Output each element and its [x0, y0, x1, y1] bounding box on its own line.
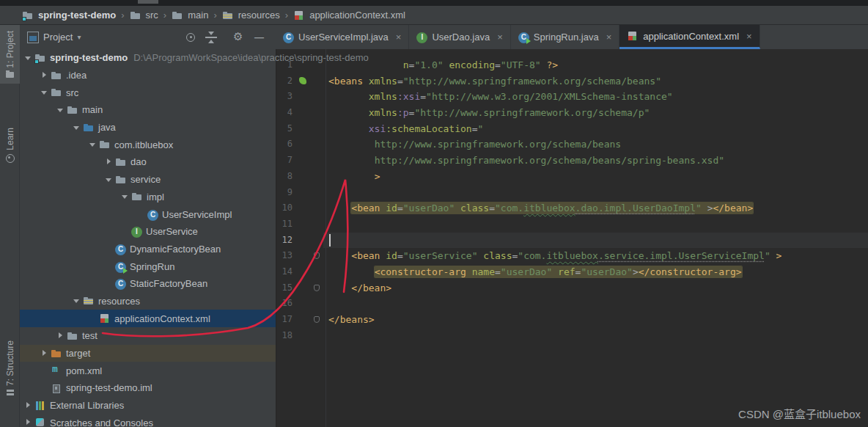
project-panel-title[interactable]: Project — [43, 32, 73, 43]
tab-SpringRun.java[interactable]: SpringRun.java× — [511, 25, 619, 49]
expand-arrow-down[interactable] — [55, 104, 67, 116]
bean-marker-icon[interactable] — [314, 285, 320, 291]
code-line-9[interactable]: 9 — [276, 185, 868, 201]
code-line-12[interactable]: 12 — [276, 233, 868, 249]
expand-arrow-down[interactable] — [23, 52, 34, 64]
expand-arrow-down[interactable] — [39, 87, 51, 98]
chevron-down-icon[interactable]: ▾ — [77, 33, 81, 41]
gear-icon[interactable] — [233, 32, 245, 43]
tree-item-UserServiceImpl[interactable]: UserServiceImpl — [20, 205, 276, 223]
fold-slot — [310, 264, 323, 280]
breadcrumb-item-resources[interactable]: resources — [222, 10, 280, 21]
code-line-18[interactable]: 18 — [276, 328, 868, 344]
tree-item-src[interactable]: src — [20, 84, 276, 101]
breadcrumb-item-src[interactable]: src — [130, 10, 158, 21]
close-icon[interactable]: × — [746, 31, 752, 42]
tree-item-spring-test-demo[interactable]: spring-test-demoD:\AProgramWorkSpace\ide… — [20, 49, 276, 67]
code-line-3[interactable]: 3 xmlns:xsi="http://www.w3.org/2001/XMLS… — [276, 89, 868, 105]
collapse-all-icon[interactable] — [205, 32, 217, 43]
code-text: xmlns:xsi="http://www.w3.org/2001/XMLSch… — [323, 89, 868, 105]
spring-bean-gutter-icon[interactable] — [299, 77, 306, 84]
tab-label: SpringRun.java — [534, 32, 599, 43]
breadcrumb-item-spring-test-demo[interactable]: spring-test-demo — [22, 10, 116, 21]
tab-label: UserDao.java — [432, 32, 490, 43]
expand-arrow-right[interactable] — [23, 400, 34, 412]
tree-item-test[interactable]: test — [20, 327, 276, 345]
tree-item-Scratches and Consoles[interactable]: Scratches and Consoles — [20, 414, 276, 427]
toolwindow----structure[interactable]: 7: Structure — [0, 340, 20, 396]
breadcrumb-item-main[interactable]: main — [172, 10, 208, 21]
code-line-5[interactable]: 5 xsi:schemaLocation=" — [276, 121, 868, 137]
gutter-icon-slot — [297, 169, 310, 185]
expand-arrow-down[interactable] — [87, 139, 99, 150]
tree-item-applicationContext.xml[interactable]: applicationContext.xml — [20, 310, 276, 327]
expand-arrow-down[interactable] — [71, 295, 83, 307]
tree-item-com.itbluebox[interactable]: com.itbluebox — [20, 136, 276, 153]
code-line-8[interactable]: 8 > — [276, 169, 868, 185]
tree-item-service[interactable]: service — [20, 171, 276, 189]
code-line-4[interactable]: 4 xmlns:p="http://www.springframework.or… — [276, 105, 868, 121]
expand-arrow-down[interactable] — [71, 122, 83, 134]
code-line-10[interactable]: 10 <bean id="userDao" class="com.itblueb… — [276, 200, 868, 216]
editor-tab-bar: UserServiceImpl.java×UserDao.java×Spring… — [276, 25, 868, 49]
tree-item-pom.xml[interactable]: pom.xml — [20, 362, 276, 379]
code-line-7[interactable]: 7 http://www.springframework.org/schema/… — [276, 153, 868, 169]
tree-item-dao[interactable]: dao — [20, 153, 276, 171]
code-line-16[interactable]: 16 — [276, 296, 868, 312]
tree-item-SpringRun[interactable]: SpringRun — [20, 258, 276, 275]
code-line-11[interactable]: 11 — [276, 216, 868, 233]
tree-item-impl[interactable]: impl — [20, 189, 276, 206]
tree-item-External Libraries[interactable]: External Libraries — [20, 397, 276, 415]
tree-item-target[interactable]: target — [20, 345, 276, 362]
token: xmlns — [369, 91, 397, 102]
line-number: 11 — [276, 216, 297, 233]
fold-slot — [310, 200, 323, 216]
tab-UserServiceImpl.java[interactable]: UserServiceImpl.java× — [276, 25, 409, 49]
tree-item-.idea[interactable]: .idea — [20, 67, 276, 84]
toolwindow-learn[interactable]: Learn — [0, 128, 20, 163]
close-icon[interactable]: × — [606, 32, 612, 43]
hide-panel-icon[interactable] — [254, 32, 265, 43]
tree-item-java[interactable]: java — [20, 119, 276, 136]
tab-applicationContext.xml[interactable]: applicationContext.xml× — [619, 25, 760, 49]
tree-item-resources[interactable]: resources — [20, 293, 276, 310]
bean-marker-icon[interactable] — [314, 252, 320, 259]
expand-arrow-right[interactable] — [55, 330, 67, 342]
tree-item-label: .idea — [66, 70, 87, 81]
tree-item-UserService[interactable]: UserService — [20, 223, 276, 241]
top-strip — [0, 0, 868, 6]
expand-arrow-right[interactable] — [39, 70, 51, 81]
close-icon[interactable]: × — [396, 32, 402, 43]
line-number: 13 — [276, 248, 297, 264]
expand-arrow-down[interactable] — [119, 191, 131, 202]
code-line-15[interactable]: 15 </bean> — [276, 280, 868, 296]
tab-UserDao.java[interactable]: UserDao.java× — [409, 25, 510, 49]
locate-file-icon[interactable] — [185, 32, 196, 43]
fold-slot — [310, 73, 323, 90]
code-area[interactable]: 1 n="1.0" encoding="UTF-8" ?>2<beans xml… — [276, 57, 868, 343]
token: "userDao" — [501, 266, 552, 277]
expand-arrow-right[interactable] — [23, 417, 34, 427]
line-number: 2 — [276, 73, 297, 90]
token: name — [472, 266, 495, 277]
code-line-2[interactable]: 2<beans xmlns="http://www.springframewor… — [276, 73, 868, 90]
code-line-6[interactable]: 6 http://www.springframework.org/schema/… — [276, 136, 868, 153]
maven-icon — [51, 365, 62, 376]
expand-arrow-right[interactable] — [39, 348, 51, 360]
code-line-14[interactable]: 14 <constructor-arg name="userDao" ref="… — [276, 264, 868, 280]
tree-item-StaticFactoryBean[interactable]: StaticFactoryBean — [20, 275, 276, 293]
tree-item-spring-test-demo.iml[interactable]: spring-test-demo.iml — [20, 379, 276, 397]
breadcrumb-item-applicationContext.xml[interactable]: applicationContext.xml — [293, 10, 405, 21]
tree-item-DynamicFactoryBean[interactable]: DynamicFactoryBean — [20, 241, 276, 258]
line-number: 7 — [276, 153, 297, 169]
tree-item-main[interactable]: main — [20, 101, 276, 119]
bean-marker-icon[interactable] — [314, 316, 320, 323]
tree-item-label: resources — [98, 296, 140, 307]
code-line-17[interactable]: 17</beans> — [276, 312, 868, 328]
code-line-13[interactable]: 13 <bean id="userService" class="com.itb… — [276, 248, 868, 264]
close-icon[interactable]: × — [497, 32, 503, 43]
token: :xsi — [397, 91, 420, 102]
toolwindow----project[interactable]: 1: Project — [0, 25, 20, 84]
expand-arrow-down[interactable] — [103, 174, 115, 186]
expand-arrow-right[interactable] — [103, 156, 115, 168]
